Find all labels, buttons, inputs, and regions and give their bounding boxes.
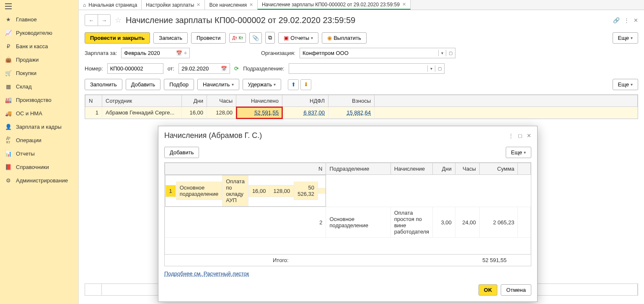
ndfl-link[interactable]: 6 837,00: [303, 109, 325, 116]
favorite-toggle[interactable]: ☆: [115, 16, 122, 25]
col-ndfl[interactable]: НДФЛ: [282, 95, 328, 107]
pick-button[interactable]: Подбор: [164, 79, 194, 90]
sidebar-item-reports[interactable]: 📊Отчеты: [0, 147, 78, 160]
pay-button[interactable]: ◉ Выплатить: [322, 32, 367, 44]
attach-button[interactable]: 📎: [249, 32, 262, 44]
deduct-dropdown[interactable]: Удержать: [243, 79, 282, 90]
calendar-icon[interactable]: 📅: [221, 66, 227, 72]
dtkt-button[interactable]: ДтКт: [229, 33, 246, 43]
tab-all-accruals[interactable]: Все начисления✕: [205, 0, 258, 10]
cancel-button[interactable]: Отмена: [501, 284, 531, 296]
move-down-button[interactable]: ⬇: [300, 79, 311, 90]
grid-more-dropdown[interactable]: Еще: [613, 79, 638, 90]
sidebar-item-warehouse[interactable]: ▦Склад: [0, 80, 78, 93]
more-icon[interactable]: ⋮: [624, 17, 629, 23]
dropdown-icon[interactable]: ▾: [427, 65, 435, 72]
sidebar-item-operations[interactable]: ДтКтОперации: [0, 133, 78, 147]
popup-add-button[interactable]: Добавить: [164, 147, 199, 158]
contrib-link[interactable]: 15 882,64: [347, 109, 371, 116]
pcol-sum[interactable]: Сумма: [479, 163, 518, 175]
tab-salary-settings[interactable]: Настройки зарплаты✕: [142, 0, 205, 10]
accrued-link[interactable]: 52 591,55: [254, 109, 279, 116]
pcol-hours[interactable]: Часы: [455, 163, 479, 175]
sidebar-item-manager[interactable]: 📈Руководителю: [0, 26, 78, 39]
sidebar-item-purchases[interactable]: 🛒Покупки: [0, 66, 78, 80]
sidebar-item-sales[interactable]: 👜Продажи: [0, 53, 78, 66]
sidebar-label: Покупки: [16, 70, 36, 76]
salary-for-field[interactable]: 📅÷: [121, 48, 190, 58]
cell-ndfl[interactable]: 6 837,00: [282, 107, 328, 119]
sidebar-item-assets[interactable]: 🚚ОС и НМА: [0, 107, 78, 120]
salary-for-input[interactable]: [124, 50, 174, 56]
document-title: Начисление зарплаты КП00-000002 от 29.02…: [126, 16, 355, 25]
more-dropdown[interactable]: Еще: [613, 32, 638, 44]
sidebar-item-production[interactable]: 🏭Производство: [0, 93, 78, 107]
refresh-icon[interactable]: ⟳: [234, 65, 239, 72]
org-select[interactable]: ▾▢: [300, 48, 455, 58]
number-input[interactable]: [110, 65, 160, 72]
pcol-dept[interactable]: Подразделение: [326, 163, 391, 175]
sidebar-item-main[interactable]: ★Главное: [0, 13, 78, 26]
popup-maximize-icon[interactable]: ◻: [518, 133, 522, 139]
date-input[interactable]: [181, 65, 219, 72]
fill-button[interactable]: Заполнить: [85, 79, 122, 90]
calendar-icon[interactable]: 📅: [176, 50, 182, 56]
save-button[interactable]: Записать: [153, 32, 188, 44]
popup-close-icon[interactable]: ✕: [527, 133, 531, 139]
popup-row[interactable]: 1 Основное подразделение Оплата по оклад…: [165, 175, 326, 207]
dept-input[interactable]: [289, 64, 427, 73]
tab-home[interactable]: ⌂Начальная страница: [79, 0, 142, 10]
close-doc-icon[interactable]: ✕: [634, 17, 638, 23]
dept-select[interactable]: ▾▢: [289, 63, 445, 74]
date-field[interactable]: 📅: [178, 63, 230, 74]
open-icon[interactable]: ▢: [435, 65, 444, 72]
move-up-button[interactable]: ⬆: [288, 79, 299, 90]
cell-contrib[interactable]: 15 882,64: [328, 107, 375, 119]
pcell-n: 2: [165, 207, 326, 238]
cell-accrued[interactable]: 52 591,55: [236, 107, 282, 119]
nav-back-button[interactable]: ←: [85, 15, 98, 26]
stepper-icon[interactable]: ÷: [184, 50, 187, 56]
sidebar-item-catalogs[interactable]: 📕Справочники: [0, 160, 78, 174]
dropdown-icon[interactable]: ▾: [438, 50, 446, 56]
popup-more-icon[interactable]: ⋮: [508, 133, 514, 139]
number-field[interactable]: [107, 63, 163, 74]
col-contrib[interactable]: Взносы: [328, 95, 375, 107]
structure-button[interactable]: ⧉: [265, 32, 275, 44]
payslip-link[interactable]: Подробнее см. Расчетный листок: [164, 270, 249, 277]
sidebar-item-admin[interactable]: ⚙Администрирование: [0, 174, 78, 187]
tab-label: Начальная страница: [88, 2, 137, 8]
post-and-close-button[interactable]: Провести и закрыть: [85, 32, 150, 44]
menu-toggle[interactable]: [0, 0, 78, 13]
ok-button[interactable]: OK: [478, 284, 498, 296]
nav-forward-button[interactable]: →: [98, 15, 110, 26]
pcol-n[interactable]: N: [165, 163, 326, 175]
accrue-dropdown[interactable]: Начислить: [197, 79, 239, 90]
table-row[interactable]: 1 Абрамов Геннадий Серге... 16,00 128,00…: [85, 107, 638, 119]
cell-days: 16,00: [182, 107, 207, 119]
org-input[interactable]: [300, 48, 438, 58]
tab-current-doc[interactable]: Начисление зарплаты КП00-000002 от 29.02…: [258, 0, 411, 10]
add-row-button[interactable]: Добавить: [126, 79, 160, 90]
reports-dropdown[interactable]: ▣ Отчеты: [278, 32, 318, 44]
sidebar-item-bank[interactable]: ₽Банк и касса: [0, 39, 78, 53]
close-icon[interactable]: ✕: [402, 2, 406, 7]
popup-more-dropdown[interactable]: Еще: [506, 147, 531, 158]
col-n[interactable]: N: [85, 95, 102, 107]
close-icon[interactable]: ✕: [197, 2, 200, 8]
open-icon[interactable]: ▢: [446, 50, 455, 56]
pcol-accr[interactable]: Начисление: [391, 163, 432, 175]
popup-row[interactable]: 2 Основное подразделение Оплата простоя …: [165, 207, 531, 238]
col-accrued[interactable]: Начислено: [236, 95, 282, 107]
col-days[interactable]: Дни: [182, 95, 207, 107]
post-button[interactable]: Провести: [191, 32, 226, 44]
pcol-days[interactable]: Дни: [433, 163, 455, 175]
popup-total-value: 52 591,55: [451, 255, 510, 266]
employees-table: N Сотрудник Дни Часы Начислено НДФЛ Взно…: [85, 94, 638, 119]
close-icon[interactable]: ✕: [249, 2, 253, 8]
sidebar-item-payroll[interactable]: 👤Зарплата и кадры: [0, 120, 78, 133]
col-hours[interactable]: Часы: [207, 95, 236, 107]
col-employee[interactable]: Сотрудник: [102, 95, 182, 107]
link-icon[interactable]: 🔗: [613, 17, 620, 23]
document-header: ← → ☆ Начисление зарплаты КП00-000002 от…: [79, 10, 644, 30]
